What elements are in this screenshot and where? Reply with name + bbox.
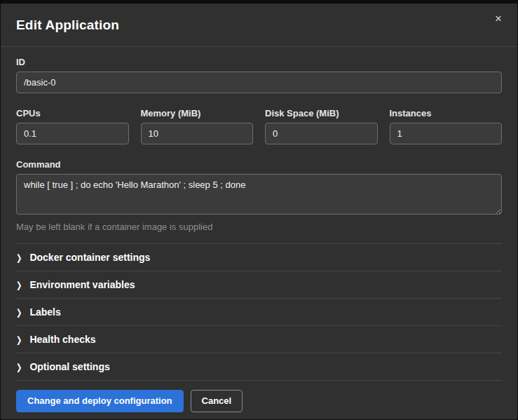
- memory-input[interactable]: [141, 123, 254, 144]
- modal-header: Edit Application ×: [1, 4, 517, 47]
- close-icon: ×: [495, 12, 502, 25]
- modal-body: ID CPUs Memory (MiB) Disk Space (MiB) In…: [1, 47, 517, 381]
- memory-label: Memory (MiB): [141, 108, 254, 118]
- resources-row: CPUs Memory (MiB) Disk Space (MiB) Insta…: [16, 108, 502, 144]
- chevron-right-icon: ❯: [16, 307, 22, 317]
- section-label: Optional settings: [29, 361, 109, 372]
- modal-footer: Change and deploy configuration Cancel: [1, 381, 517, 420]
- disk-label: Disk Space (MiB): [265, 108, 378, 118]
- command-field-group: Command while [ true ] ; do echo 'Hello …: [16, 159, 502, 232]
- section-optional-settings[interactable]: ❯ Optional settings: [16, 353, 502, 381]
- chevron-right-icon: ❯: [16, 252, 22, 262]
- change-and-deploy-button[interactable]: Change and deploy configuration: [16, 390, 184, 412]
- id-label: ID: [16, 57, 502, 67]
- section-label: Docker container settings: [29, 252, 150, 263]
- cpus-input[interactable]: [16, 123, 129, 144]
- chevron-right-icon: ❯: [16, 362, 22, 372]
- section-docker-container-settings[interactable]: ❯ Docker container settings: [16, 243, 502, 271]
- cpus-label: CPUs: [16, 108, 129, 118]
- edit-application-modal: Edit Application × ID CPUs Memory (MiB) …: [0, 0, 518, 420]
- cpus-field-group: CPUs: [16, 108, 129, 144]
- id-input[interactable]: [16, 72, 502, 93]
- command-label: Command: [16, 159, 502, 170]
- instances-field-group: Instances: [390, 108, 503, 144]
- collapsible-sections: ❯ Docker container settings ❯ Environmen…: [16, 243, 502, 381]
- disk-field-group: Disk Space (MiB): [265, 108, 378, 144]
- section-label: Labels: [29, 306, 60, 318]
- section-labels[interactable]: ❯ Labels: [16, 298, 502, 325]
- section-health-checks[interactable]: ❯ Health checks: [16, 325, 502, 353]
- instances-label: Instances: [390, 108, 503, 118]
- section-environment-variables[interactable]: ❯ Environment variables: [16, 271, 502, 298]
- disk-input[interactable]: [265, 123, 378, 144]
- cancel-button[interactable]: Cancel: [191, 390, 243, 412]
- chevron-right-icon: ❯: [16, 280, 22, 290]
- instances-input[interactable]: [390, 123, 503, 144]
- id-field-group: ID: [16, 57, 502, 93]
- chevron-right-icon: ❯: [16, 334, 22, 344]
- modal-title: Edit Application: [16, 18, 119, 33]
- section-label: Health checks: [29, 334, 95, 345]
- command-textarea[interactable]: while [ true ] ; do echo 'Hello Marathon…: [16, 174, 502, 215]
- close-button[interactable]: ×: [491, 10, 506, 27]
- command-help-text: May be left blank if a container image i…: [16, 222, 502, 232]
- memory-field-group: Memory (MiB): [141, 108, 254, 144]
- section-label: Environment variables: [29, 279, 135, 290]
